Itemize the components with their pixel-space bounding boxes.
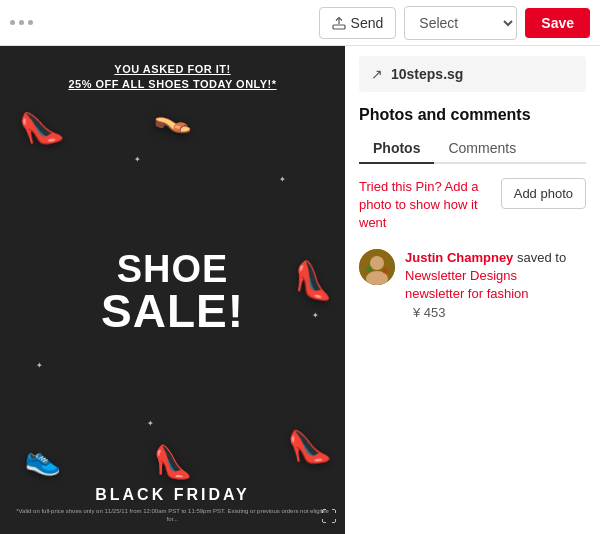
link-text: 10steps.sg <box>391 66 463 82</box>
star-5: ✦ <box>312 311 319 320</box>
add-photo-button[interactable]: Add photo <box>501 178 586 209</box>
board-name[interactable]: Newsletter Designs <box>405 268 517 283</box>
svg-rect-0 <box>333 25 345 29</box>
send-button[interactable]: Send <box>319 7 397 39</box>
svg-point-5 <box>366 266 372 272</box>
shoe-decoration-mid-right: 👠 <box>290 256 338 303</box>
poster-shoe-word: SHOE <box>101 250 244 288</box>
board-suffix-text: newsletter for fashion <box>405 286 529 301</box>
fullscreen-icon[interactable]: ⛶ <box>321 508 337 526</box>
main-content: YOU ASKED FOR IT! 25% OFF ALL SHOES TODA… <box>0 46 600 534</box>
user-action: saved to <box>517 250 566 265</box>
save-count: ¥ 453 <box>413 305 446 320</box>
send-label: Send <box>351 15 384 31</box>
section-title: Photos and comments <box>359 106 586 124</box>
user-row: Justin Champney saved to Newsletter Desi… <box>359 249 586 321</box>
save-count-row: ¥ 453 <box>405 305 586 320</box>
star-1: ✦ <box>134 155 141 164</box>
star-4: ✦ <box>147 419 154 428</box>
external-link[interactable]: ↗ 10steps.sg <box>359 56 586 92</box>
poster-center-text: SHOE SALE! <box>101 250 244 334</box>
try-pin-text[interactable]: Tried this Pin? Add a photo to show how … <box>359 178 489 233</box>
toolbar: Send Select Option 1 Option 2 Save <box>0 0 600 46</box>
dot-2 <box>19 20 24 25</box>
poster-top-text: YOU ASKED FOR IT! 25% OFF ALL SHOES TODA… <box>68 62 276 93</box>
avatar <box>359 249 395 285</box>
poster-sale-word: SALE! <box>101 288 244 334</box>
star-3: ✦ <box>36 361 43 370</box>
select-dropdown[interactable]: Select Option 1 Option 2 <box>404 6 517 40</box>
dot-1 <box>10 20 15 25</box>
link-arrow-icon: ↗ <box>371 66 383 82</box>
user-name: Justin Champney <box>405 250 513 265</box>
tab-photos[interactable]: Photos <box>359 134 434 164</box>
toolbar-dots <box>10 20 33 25</box>
upload-icon <box>332 16 346 30</box>
shoe-decoration-top-center: 👡 <box>153 97 193 135</box>
poster-fine-print: *Valid on full-price shoes only on 11/25… <box>10 508 335 524</box>
user-board-suffix: newsletter for fashion <box>405 285 586 303</box>
right-panel: ↗ 10steps.sg Photos and comments Photos … <box>345 46 600 534</box>
tabs-bar: Photos Comments <box>359 134 586 164</box>
shoe-decoration-bottom-center: 👠 <box>153 443 193 481</box>
image-panel: YOU ASKED FOR IT! 25% OFF ALL SHOES TODA… <box>0 46 345 534</box>
poster-shoes-area: 👠 👡 👠 👠 👟 👠 ✦ ✦ ✦ ✦ ✦ SHOE SALE! <box>10 97 335 487</box>
svg-point-3 <box>370 256 384 270</box>
save-button[interactable]: Save <box>525 8 590 38</box>
try-pin-row: Tried this Pin? Add a photo to show how … <box>359 178 586 233</box>
shoe-decoration-bottom-right: 👠 <box>285 423 333 470</box>
tab-comments[interactable]: Comments <box>434 134 530 164</box>
poster-black-friday: BLACK FRIDAY <box>95 486 250 504</box>
star-2: ✦ <box>279 175 286 184</box>
dot-3 <box>28 20 33 25</box>
svg-point-6 <box>383 268 388 273</box>
user-name-row: Justin Champney saved to Newsletter Desi… <box>405 249 586 285</box>
poster: YOU ASKED FOR IT! 25% OFF ALL SHOES TODA… <box>0 46 345 534</box>
shoe-decoration-bottom-left: 👟 <box>24 440 64 478</box>
user-info: Justin Champney saved to Newsletter Desi… <box>405 249 586 321</box>
shoe-decoration-top-left: 👠 <box>16 102 67 152</box>
